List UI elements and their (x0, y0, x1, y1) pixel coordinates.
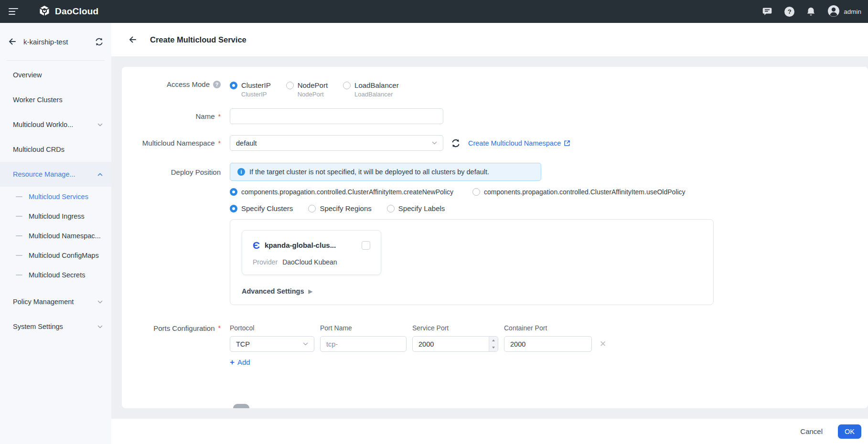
chevron-down-icon (97, 123, 103, 127)
radio-icon[interactable] (472, 188, 480, 196)
port-name-input[interactable] (320, 336, 407, 352)
provider-value: DaoCloud Kubean (282, 258, 337, 266)
partially-visible-toggle[interactable] (233, 404, 249, 408)
radio-icon[interactable] (230, 205, 237, 212)
access-mode-label: Access Mode (167, 80, 210, 88)
radio-icon[interactable] (230, 82, 237, 89)
radio-icon[interactable] (286, 82, 294, 89)
chevron-right-icon: ▶ (309, 288, 312, 295)
add-port-button[interactable]: + Add (230, 358, 606, 366)
brand-logo[interactable]: DaoCloud (38, 5, 98, 19)
radio-use-old-policy[interactable]: components.propagation.controlled.Cluste… (472, 188, 686, 196)
access-mode-row: Access Mode ? ClusterIP ClusterIP (122, 80, 868, 98)
required-marker: * (218, 324, 221, 332)
form-panel: Access Mode ? ClusterIP ClusterIP (122, 67, 868, 408)
external-link-icon (564, 140, 570, 147)
sidebar-item-worker-clusters[interactable]: Worker Clusters (0, 87, 111, 112)
sidebar-item-multicloud-configmaps[interactable]: Multicloud ConfigMaps (0, 245, 111, 265)
namespace-select[interactable]: default (230, 135, 443, 151)
sidebar: k-kairship-test Overview Worker Clusters… (0, 23, 111, 444)
ports-configuration-label: Ports Configuration (153, 324, 214, 332)
deploy-info-alert: i If the target cluster is not specified… (230, 163, 541, 181)
username-label: admin (844, 8, 861, 15)
avatar (827, 5, 840, 19)
cluster-card-kpanda-global[interactable]: Є kpanda-global-clus... Provider DaoClou… (242, 230, 381, 275)
chevron-down-icon (303, 342, 308, 346)
sidebar-item-policy-management[interactable]: Policy Management (0, 289, 111, 314)
sidebar-item-multicloud-namespaces[interactable]: Multicloud Namespac... (0, 226, 111, 245)
chevron-down-icon (97, 325, 103, 328)
service-port-input[interactable] (412, 336, 498, 352)
protocol-select[interactable]: TCP (230, 336, 314, 352)
radio-clusterip[interactable]: ClusterIP ClusterIP (230, 81, 271, 98)
radio-sublabel: NodePort (286, 91, 328, 98)
radio-sublabel: ClusterIP (230, 91, 271, 98)
page-title: Create Multicloud Service (150, 35, 246, 44)
messages-icon[interactable] (762, 7, 772, 16)
chevron-down-icon (432, 141, 437, 145)
brand-name: DaoCloud (55, 6, 98, 17)
dash-icon (16, 196, 22, 197)
sidebar-item-multicloud-services[interactable]: Multicloud Services (0, 187, 111, 206)
cluster-card-name: kpanda-global-clus... (265, 241, 357, 249)
container-port-input[interactable] (504, 336, 592, 352)
footer-action-bar: Cancel OK (111, 419, 868, 444)
sidebar-item-multicloud-crds[interactable]: Multicloud CRDs (0, 137, 111, 162)
name-label: Name (196, 112, 215, 120)
sidebar-item-system-settings[interactable]: System Settings (0, 314, 111, 339)
deploy-position-row: Deploy Position i If the target cluster … (122, 163, 868, 305)
deploy-alert-text: If the target cluster is not specified, … (249, 168, 489, 176)
sidebar-item-overview[interactable]: Overview (0, 63, 111, 87)
cluster-checkbox[interactable] (362, 241, 370, 250)
user-menu[interactable]: admin (827, 5, 861, 19)
radio-specify-clusters[interactable]: Specify Clusters (230, 204, 293, 212)
radio-icon[interactable] (308, 205, 316, 212)
name-row: Name * (122, 108, 868, 124)
refresh-namespaces-icon[interactable] (451, 138, 461, 148)
info-icon: i (237, 168, 245, 176)
create-namespace-link[interactable]: Create Multicloud Namespace (468, 139, 570, 147)
sidebar-back-icon[interactable] (8, 37, 17, 46)
sidebar-item-resource-management[interactable]: Resource Manage... (0, 162, 111, 187)
radio-icon[interactable] (343, 82, 351, 89)
advanced-settings-toggle[interactable]: Advanced Settings ▶ (242, 287, 702, 295)
page-back-icon[interactable] (128, 35, 138, 44)
name-input[interactable] (230, 108, 443, 124)
step-up-icon[interactable] (489, 337, 498, 344)
help-icon[interactable]: ? (784, 7, 794, 17)
sidebar-item-multicloud-secrets[interactable]: Multicloud Secrets (0, 265, 111, 285)
radio-specify-labels[interactable]: Specify Labels (387, 204, 445, 212)
column-service-port: Service Port (412, 324, 498, 332)
sidebar-item-multicloud-workloads[interactable]: Multicloud Worklo... (0, 112, 111, 137)
sidebar-item-multicloud-ingress[interactable]: Multicloud Ingress (0, 206, 111, 226)
required-marker: * (218, 113, 221, 120)
help-tooltip-icon[interactable]: ? (213, 81, 221, 88)
step-down-icon[interactable] (489, 344, 498, 352)
switch-cluster-icon[interactable] (95, 37, 104, 46)
dash-icon (16, 275, 22, 275)
kubean-cluster-icon: Є (253, 240, 260, 250)
page-header: Create Multicloud Service (111, 23, 868, 56)
protocol-selected-value: TCP (236, 340, 250, 348)
hamburger-menu-icon[interactable] (9, 8, 19, 15)
radio-loadbalancer[interactable]: LoadBalancer LoadBalancer (343, 81, 399, 98)
number-stepper[interactable] (489, 337, 498, 351)
radio-icon[interactable] (230, 188, 237, 196)
notifications-bell-icon[interactable] (806, 7, 815, 17)
namespace-row: Multicloud Namespace * default (122, 135, 868, 151)
cancel-button[interactable]: Cancel (800, 427, 823, 435)
ok-button[interactable]: OK (838, 424, 861, 439)
radio-specify-regions[interactable]: Specify Regions (308, 204, 371, 212)
daocloud-cube-icon (38, 5, 51, 19)
required-marker: * (218, 139, 221, 147)
topbar: DaoCloud ? admin (0, 0, 868, 23)
column-port-name: Port Name (320, 324, 407, 332)
ports-configuration-row: Ports Configuration * Portocol Port Name… (122, 324, 868, 366)
provider-label: Provider (253, 258, 278, 266)
radio-icon[interactable] (387, 205, 395, 212)
dash-icon (16, 255, 22, 256)
remove-port-row-icon[interactable]: ✕ (600, 339, 606, 349)
column-container-port: Container Port (504, 324, 592, 332)
radio-nodeport[interactable]: NodePort NodePort (286, 81, 328, 98)
radio-create-new-policy[interactable]: components.propagation.controlled.Cluste… (230, 188, 453, 196)
